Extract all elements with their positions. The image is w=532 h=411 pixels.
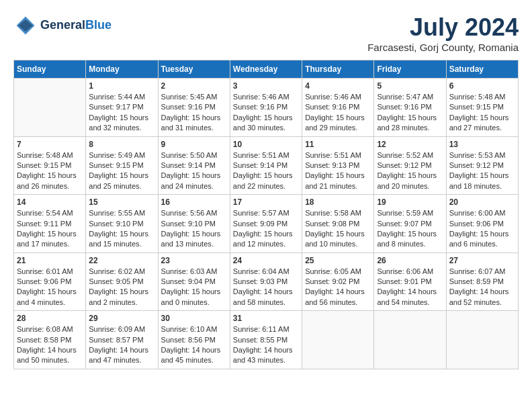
day-info: Sunrise: 5:45 AM Sunset: 9:16 PM Dayligh… bbox=[161, 92, 227, 134]
calendar-cell: 10Sunrise: 5:51 AM Sunset: 9:14 PM Dayli… bbox=[230, 136, 302, 195]
day-info: Sunrise: 6:06 AM Sunset: 9:01 PM Dayligh… bbox=[377, 267, 443, 308]
day-number: 23 bbox=[161, 256, 227, 265]
day-number: 12 bbox=[377, 140, 443, 149]
calendar-cell: 24Sunrise: 6:04 AM Sunset: 9:03 PM Dayli… bbox=[230, 253, 302, 311]
day-info: Sunrise: 5:59 AM Sunset: 9:07 PM Dayligh… bbox=[377, 208, 443, 250]
day-number: 27 bbox=[449, 256, 515, 265]
calendar-cell: 28Sunrise: 6:08 AM Sunset: 8:58 PM Dayli… bbox=[14, 311, 86, 369]
day-info: Sunrise: 5:47 AM Sunset: 9:16 PM Dayligh… bbox=[377, 92, 443, 134]
calendar-cell: 25Sunrise: 6:05 AM Sunset: 9:02 PM Dayli… bbox=[302, 253, 374, 311]
day-number: 25 bbox=[305, 256, 371, 265]
calendar-cell: 17Sunrise: 5:57 AM Sunset: 9:09 PM Dayli… bbox=[230, 195, 302, 253]
day-number: 9 bbox=[161, 140, 227, 149]
week-row-4: 21Sunrise: 6:01 AM Sunset: 9:06 PM Dayli… bbox=[14, 253, 519, 311]
day-number: 29 bbox=[89, 314, 154, 323]
calendar-cell: 9Sunrise: 5:50 AM Sunset: 9:14 PM Daylig… bbox=[158, 136, 230, 195]
day-number: 11 bbox=[305, 140, 371, 149]
day-info: Sunrise: 5:44 AM Sunset: 9:17 PM Dayligh… bbox=[89, 92, 154, 134]
day-info: Sunrise: 6:01 AM Sunset: 9:06 PM Dayligh… bbox=[17, 267, 83, 308]
location: Farcasesti, Gorj County, Romania bbox=[367, 42, 519, 53]
weekday-header-friday: Friday bbox=[374, 60, 446, 79]
calendar-cell: 15Sunrise: 5:55 AM Sunset: 9:10 PM Dayli… bbox=[86, 195, 158, 253]
calendar-cell: 30Sunrise: 6:10 AM Sunset: 8:56 PM Dayli… bbox=[158, 311, 230, 369]
day-info: Sunrise: 5:57 AM Sunset: 9:09 PM Dayligh… bbox=[233, 208, 299, 250]
calendar-cell: 29Sunrise: 6:09 AM Sunset: 8:57 PM Dayli… bbox=[86, 311, 158, 369]
calendar-cell: 8Sunrise: 5:49 AM Sunset: 9:15 PM Daylig… bbox=[86, 136, 158, 195]
calendar-cell: 13Sunrise: 5:53 AM Sunset: 9:12 PM Dayli… bbox=[446, 136, 518, 195]
day-info: Sunrise: 5:51 AM Sunset: 9:13 PM Dayligh… bbox=[305, 150, 371, 192]
calendar-cell: 31Sunrise: 6:11 AM Sunset: 8:55 PM Dayli… bbox=[230, 311, 302, 369]
calendar-cell: 19Sunrise: 5:59 AM Sunset: 9:07 PM Dayli… bbox=[374, 195, 446, 253]
week-row-1: 1Sunrise: 5:44 AM Sunset: 9:17 PM Daylig… bbox=[14, 79, 519, 137]
day-number: 15 bbox=[89, 197, 154, 207]
day-number: 19 bbox=[377, 197, 443, 207]
calendar-cell: 1Sunrise: 5:44 AM Sunset: 9:17 PM Daylig… bbox=[86, 79, 158, 137]
calendar-cell: 26Sunrise: 6:06 AM Sunset: 9:01 PM Dayli… bbox=[374, 253, 446, 311]
logo-text: GeneralBlue bbox=[40, 19, 112, 32]
day-info: Sunrise: 5:56 AM Sunset: 9:10 PM Dayligh… bbox=[161, 208, 227, 250]
day-info: Sunrise: 5:46 AM Sunset: 9:16 PM Dayligh… bbox=[305, 92, 371, 134]
day-info: Sunrise: 6:11 AM Sunset: 8:55 PM Dayligh… bbox=[233, 324, 299, 366]
calendar-cell: 7Sunrise: 5:48 AM Sunset: 9:15 PM Daylig… bbox=[14, 136, 86, 195]
day-info: Sunrise: 5:46 AM Sunset: 9:16 PM Dayligh… bbox=[233, 92, 299, 134]
day-info: Sunrise: 5:48 AM Sunset: 9:15 PM Dayligh… bbox=[449, 92, 515, 134]
calendar-cell: 21Sunrise: 6:01 AM Sunset: 9:06 PM Dayli… bbox=[14, 253, 86, 311]
day-number: 5 bbox=[377, 81, 443, 91]
day-number: 8 bbox=[89, 140, 154, 149]
day-number: 3 bbox=[233, 81, 299, 91]
day-number: 21 bbox=[17, 256, 83, 265]
calendar-table: SundayMondayTuesdayWednesdayThursdayFrid… bbox=[13, 60, 519, 369]
day-info: Sunrise: 5:49 AM Sunset: 9:15 PM Dayligh… bbox=[89, 150, 154, 192]
weekday-header-monday: Monday bbox=[86, 60, 158, 79]
calendar-cell: 4Sunrise: 5:46 AM Sunset: 9:16 PM Daylig… bbox=[302, 79, 374, 137]
day-number: 26 bbox=[377, 256, 443, 265]
calendar-cell: 5Sunrise: 5:47 AM Sunset: 9:16 PM Daylig… bbox=[374, 79, 446, 137]
calendar-cell: 11Sunrise: 5:51 AM Sunset: 9:13 PM Dayli… bbox=[302, 136, 374, 195]
calendar-cell: 22Sunrise: 6:02 AM Sunset: 9:05 PM Dayli… bbox=[86, 253, 158, 311]
day-info: Sunrise: 6:10 AM Sunset: 8:56 PM Dayligh… bbox=[161, 324, 227, 366]
week-row-5: 28Sunrise: 6:08 AM Sunset: 8:58 PM Dayli… bbox=[14, 311, 519, 369]
calendar-cell: 16Sunrise: 5:56 AM Sunset: 9:10 PM Dayli… bbox=[158, 195, 230, 253]
day-number: 31 bbox=[233, 314, 299, 323]
day-info: Sunrise: 5:51 AM Sunset: 9:14 PM Dayligh… bbox=[233, 150, 299, 192]
calendar-cell: 27Sunrise: 6:07 AM Sunset: 8:59 PM Dayli… bbox=[446, 253, 518, 311]
day-number: 10 bbox=[233, 140, 299, 149]
day-number: 30 bbox=[161, 314, 227, 323]
day-info: Sunrise: 5:53 AM Sunset: 9:12 PM Dayligh… bbox=[449, 150, 515, 192]
calendar-cell: 20Sunrise: 6:00 AM Sunset: 9:06 PM Dayli… bbox=[446, 195, 518, 253]
weekday-header-wednesday: Wednesday bbox=[230, 60, 302, 79]
day-info: Sunrise: 6:03 AM Sunset: 9:04 PM Dayligh… bbox=[161, 267, 227, 308]
day-info: Sunrise: 6:09 AM Sunset: 8:57 PM Dayligh… bbox=[89, 324, 154, 366]
page-header: GeneralBlue July 2024 Farcasesti, Gorj C… bbox=[13, 13, 519, 53]
calendar-cell bbox=[446, 311, 518, 369]
day-number: 14 bbox=[17, 197, 83, 207]
title-block: July 2024 Farcasesti, Gorj County, Roman… bbox=[367, 13, 519, 53]
day-info: Sunrise: 6:07 AM Sunset: 8:59 PM Dayligh… bbox=[449, 267, 515, 308]
day-info: Sunrise: 5:55 AM Sunset: 9:10 PM Dayligh… bbox=[89, 208, 154, 250]
weekday-header-sunday: Sunday bbox=[14, 60, 86, 79]
calendar-cell bbox=[302, 311, 374, 369]
day-info: Sunrise: 5:48 AM Sunset: 9:15 PM Dayligh… bbox=[17, 150, 83, 192]
day-info: Sunrise: 5:58 AM Sunset: 9:08 PM Dayligh… bbox=[305, 208, 371, 250]
day-number: 1 bbox=[89, 81, 154, 91]
calendar-cell bbox=[14, 79, 86, 137]
day-number: 2 bbox=[161, 81, 227, 91]
week-row-3: 14Sunrise: 5:54 AM Sunset: 9:11 PM Dayli… bbox=[14, 195, 519, 253]
day-number: 16 bbox=[161, 197, 227, 207]
day-info: Sunrise: 6:00 AM Sunset: 9:06 PM Dayligh… bbox=[449, 208, 515, 250]
day-info: Sunrise: 5:50 AM Sunset: 9:14 PM Dayligh… bbox=[161, 150, 227, 192]
calendar-cell bbox=[374, 311, 446, 369]
calendar-cell: 23Sunrise: 6:03 AM Sunset: 9:04 PM Dayli… bbox=[158, 253, 230, 311]
month-title: July 2024 bbox=[367, 13, 519, 42]
calendar-cell: 6Sunrise: 5:48 AM Sunset: 9:15 PM Daylig… bbox=[446, 79, 518, 137]
day-number: 17 bbox=[233, 197, 299, 207]
weekday-header-tuesday: Tuesday bbox=[158, 60, 230, 79]
logo: GeneralBlue bbox=[13, 13, 112, 38]
day-number: 6 bbox=[449, 81, 515, 91]
calendar-cell: 2Sunrise: 5:45 AM Sunset: 9:16 PM Daylig… bbox=[158, 79, 230, 137]
svg-marker-1 bbox=[18, 19, 33, 32]
day-info: Sunrise: 6:02 AM Sunset: 9:05 PM Dayligh… bbox=[89, 267, 154, 308]
logo-icon bbox=[13, 13, 38, 38]
day-number: 18 bbox=[305, 197, 371, 207]
day-number: 4 bbox=[305, 81, 371, 91]
